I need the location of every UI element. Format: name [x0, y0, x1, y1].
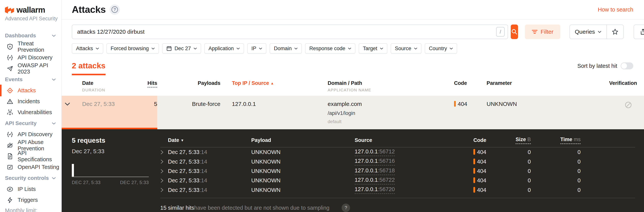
filter-chip-domain[interactable]: Domain: [270, 43, 302, 54]
req-date: Dec 27, 5:33: [168, 177, 199, 184]
request-row[interactable]: Dec 27, 5:33:14 UNKNOWN 127.0.0.1:56712 …: [160, 148, 635, 157]
search-input[interactable]: attacks 12/27/2020 dirbust /: [72, 24, 508, 39]
chevron-down-icon: [52, 122, 56, 125]
code-status-badge: [474, 158, 475, 164]
sidebar-item-api-discovery-dash[interactable]: API Discovery: [0, 52, 61, 63]
req-time: 0: [531, 187, 580, 193]
req-source-link[interactable]: 127.0.0.1:56712: [355, 148, 395, 156]
sidebar-section-security-controls[interactable]: Security controls: [0, 172, 61, 184]
chevron-right-icon[interactable]: [160, 159, 168, 164]
page-title: Attacks: [72, 4, 106, 15]
filter-chip-target[interactable]: Target: [359, 43, 388, 54]
req-source-link[interactable]: 127.0.0.1:56718: [355, 168, 395, 175]
attack-date: Dec 27, 5:33: [82, 96, 140, 129]
chevron-down-icon: [64, 102, 82, 106]
attack-application: default: [328, 119, 454, 124]
request-row[interactable]: Dec 27, 5:33:14 UNKNOWN 127.0.0.1:56722 …: [160, 176, 635, 185]
attack-code: 404: [454, 96, 486, 129]
req-source-link[interactable]: 127.0.0.1:56716: [355, 158, 395, 166]
sidebar-item-label: OWASP API 2023: [18, 62, 61, 75]
req-payload: UNKNOWN: [251, 168, 355, 174]
filter-chip-source[interactable]: Source: [391, 43, 422, 54]
col-parameter[interactable]: Parameter: [486, 80, 609, 92]
filter-chip-ip[interactable]: IP: [247, 43, 266, 54]
attack-row-expanded[interactable]: Dec 27, 5:33 5 Brute-force 127.0.0.1 exa…: [62, 96, 644, 129]
chevron-down-icon: [194, 48, 197, 50]
filter-chip-application[interactable]: Application: [204, 43, 244, 54]
filter-button[interactable]: Filter: [525, 24, 560, 39]
sidebar-item-label: Vulnerabilities: [18, 109, 52, 116]
req-col-date[interactable]: Date ▼: [168, 137, 251, 143]
sidebar-item-api-specifications[interactable]: API Specifications: [0, 151, 61, 162]
sidebar-item-openapi-testing[interactable]: OpenAPI Testing: [0, 162, 61, 172]
requests-table-header: Date ▼ Payload Source Code Size B Time m…: [160, 136, 635, 148]
chevron-right-icon[interactable]: [160, 169, 168, 174]
filter-chip-date[interactable]: Dec 27: [162, 43, 201, 54]
sidebar-item-attacks[interactable]: Attacks: [0, 85, 61, 96]
sidebar-section-api-security[interactable]: API Security: [0, 118, 61, 129]
req-source-link[interactable]: 127.0.0.1:56722: [355, 177, 395, 184]
how-to-search-link[interactable]: How to search: [598, 6, 633, 13]
req-col-size[interactable]: Size B: [506, 136, 531, 144]
sidebar-section-events[interactable]: Events: [0, 74, 61, 85]
sort-label: Sort by latest hit: [577, 63, 617, 69]
req-payload: UNKNOWN: [251, 158, 355, 165]
req-col-source[interactable]: Source: [355, 137, 474, 143]
request-row[interactable]: Dec 27, 5:33:14 UNKNOWN 127.0.0.1:56716 …: [160, 157, 635, 166]
chevron-down-icon: [52, 78, 56, 81]
sidebar-item-threat-prevention[interactable]: Threat Prevention: [0, 41, 61, 52]
sort-toggle[interactable]: [621, 62, 633, 69]
queries-button[interactable]: Queries: [570, 25, 606, 39]
search-button[interactable]: [511, 24, 518, 39]
filter-chip-attacks[interactable]: Attacks: [72, 43, 103, 54]
sidebar-item-triggers[interactable]: Triggers: [0, 194, 61, 206]
page-help-button[interactable]: ?: [110, 4, 120, 15]
req-col-payload[interactable]: Payload: [251, 137, 355, 143]
brand-subtitle: Advanced API Security: [4, 16, 61, 22]
row-expand-cell[interactable]: [62, 96, 82, 129]
req-col-time[interactable]: Time ms: [531, 136, 580, 144]
req-code: 404: [477, 187, 486, 193]
chevron-right-icon[interactable]: [160, 178, 168, 183]
col-payloads[interactable]: Payloads: [157, 80, 220, 92]
col-code[interactable]: Code: [454, 80, 486, 92]
monthly-limit-label: Monthly limit:: [5, 208, 61, 212]
sidebar-item-api-discovery[interactable]: API Discovery: [0, 129, 61, 140]
sidebar-item-owasp-api-2023[interactable]: OWASP API 2023: [0, 63, 61, 74]
filter-chip-country[interactable]: Country: [425, 43, 457, 54]
col-application-label: APPLICATION NAME: [328, 88, 454, 92]
request-row[interactable]: Dec 27, 5:33:14 UNKNOWN 127.0.0.1:56718 …: [160, 166, 635, 176]
req-col-code[interactable]: Code: [474, 137, 506, 143]
report-button[interactable]: Report: [634, 24, 644, 39]
req-source-link[interactable]: 127.0.0.1:56720: [355, 186, 395, 194]
filter-chip-attack-type[interactable]: Forced browsing: [106, 43, 159, 54]
col-top-ip-source[interactable]: Top IP / Source ▲: [232, 80, 328, 92]
results-header: 2 attacks Sort by latest hit: [62, 54, 644, 75]
col-domain-path[interactable]: Domain / Path APPLICATION NAME: [328, 80, 454, 92]
brand-name: wallarm: [16, 5, 45, 14]
req-port: :56712: [378, 148, 395, 154]
sidebar-item-ip-lists[interactable]: IP IP Lists: [0, 184, 61, 194]
chevron-right-icon[interactable]: [160, 150, 168, 155]
req-col-size-unit: B: [528, 136, 531, 142]
sidebar-item-api-abuse-prevention[interactable]: API Abuse Prevention: [0, 140, 61, 151]
chip-label: Dec 27: [174, 46, 191, 52]
col-verification[interactable]: Verification: [609, 80, 637, 92]
req-time: 0: [531, 149, 580, 155]
chart-bar: [72, 164, 74, 176]
favorite-queries-button[interactable]: [606, 25, 623, 39]
filter-chip-response-code[interactable]: Response code: [305, 43, 356, 54]
col-date[interactable]: Date DURATION: [82, 80, 140, 92]
col-hits[interactable]: Hits: [140, 80, 157, 92]
req-seconds: :14: [199, 168, 207, 174]
chevron-right-icon[interactable]: [160, 188, 168, 192]
chart-range-start: DEC 27, 5:33: [72, 180, 100, 185]
sampling-help-button[interactable]: ?: [342, 204, 350, 212]
req-col-time-label: Time: [560, 136, 572, 142]
sidebar-item-incidents[interactable]: Incidents: [0, 96, 61, 107]
sidebar-item-vulnerabilities[interactable]: Vulnerabilities: [0, 107, 61, 118]
request-row[interactable]: Dec 27, 5:33:14 UNKNOWN 127.0.0.1:56720 …: [160, 186, 635, 195]
chart-plot-area: [72, 164, 149, 177]
sidebar-item-label: API Discovery: [18, 54, 52, 61]
sidebar-section-dashboards[interactable]: Dashboards: [0, 30, 61, 41]
